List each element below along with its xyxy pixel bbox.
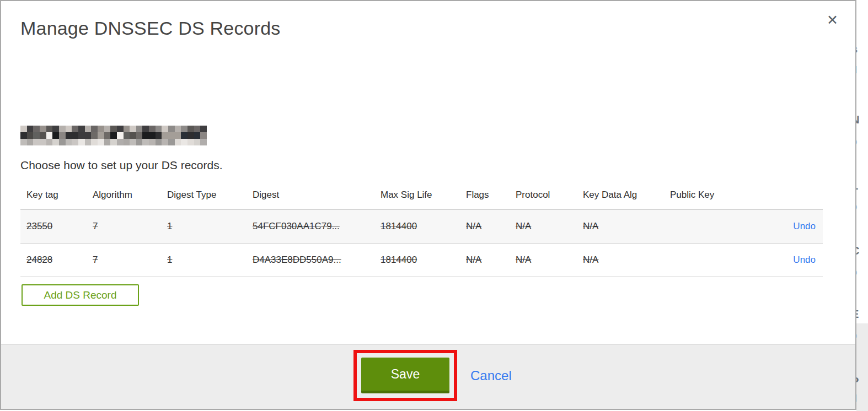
page-edge-fragment: N: [856, 113, 866, 126]
column-header-flags: Flags: [460, 185, 510, 209]
column-header-algorithm: Algorithm: [87, 185, 161, 209]
page-title: Manage DNSSEC DS Records: [20, 18, 281, 39]
page-edge-fragment: o: [856, 201, 866, 213]
cell-digest: 54FCF030AA1C79...: [247, 209, 374, 243]
table-header-row: Key tag Algorithm Digest Type Digest Max…: [20, 185, 823, 209]
column-header-max-sig-life: Max Sig Life: [374, 185, 460, 209]
page-edge-fragment: d: [856, 64, 866, 76]
cell-key-data-alg: N/A: [577, 243, 664, 277]
background-page-edge: sdNoLoCoEoPd: [856, 0, 868, 411]
page-edge-fragment: o: [856, 266, 866, 278]
cell-flags: N/A: [460, 209, 510, 243]
cell-digest-type: 1: [161, 243, 247, 277]
column-header-digest-type: Digest Type: [161, 185, 247, 209]
redacted-domain-name: [20, 126, 207, 145]
manage-dnssec-dialog: Manage DNSSEC DS Records ✕ Choose how to…: [0, 0, 856, 410]
undo-link[interactable]: Undo: [793, 255, 816, 265]
table-row: 24828 7 1 D4A33E8DD550A9... 1814400 N/A …: [20, 243, 823, 277]
cell-digest-type: 1: [161, 209, 247, 243]
column-header-actions: [752, 185, 823, 209]
annotation-highlight-rect: Save: [353, 350, 457, 401]
column-header-protocol: Protocol: [510, 185, 577, 209]
page-edge-fragment: d: [856, 392, 866, 404]
save-button[interactable]: Save: [361, 358, 449, 393]
cell-key-tag: 24828: [20, 243, 87, 277]
cell-flags: N/A: [460, 243, 510, 277]
cell-public-key: [664, 209, 752, 243]
cell-max-sig-life: 1814400: [374, 243, 460, 277]
cell-key-data-alg: N/A: [577, 209, 664, 243]
page-edge-fragment: o: [856, 136, 866, 148]
page-edge-fragment: E: [856, 308, 866, 321]
page-edge-fragment: o: [856, 329, 866, 342]
cell-public-key: [664, 243, 752, 277]
undo-link[interactable]: Undo: [793, 221, 816, 231]
page-edge-fragment: C: [856, 245, 866, 257]
ds-records-table: Key tag Algorithm Digest Type Digest Max…: [20, 185, 823, 277]
cell-key-tag: 23550: [20, 209, 87, 243]
cell-protocol: N/A: [510, 243, 577, 277]
page-edge-fragment: s: [856, 43, 866, 56]
dialog-subtitle: Choose how to set up your DS records.: [20, 159, 223, 172]
cell-max-sig-life: 1814400: [374, 209, 460, 243]
cancel-link[interactable]: Cancel: [470, 368, 512, 383]
close-icon[interactable]: ✕: [827, 13, 838, 27]
cell-algorithm: 7: [87, 243, 161, 277]
column-header-key-data-alg: Key Data Alg: [577, 185, 664, 209]
cell-protocol: N/A: [510, 209, 577, 243]
page-edge-fragment: L: [856, 180, 866, 192]
cell-algorithm: 7: [87, 209, 161, 243]
column-header-public-key: Public Key: [664, 185, 752, 209]
page-edge-fragment: P: [856, 375, 866, 388]
cell-digest: D4A33E8DD550A9...: [247, 243, 374, 277]
column-header-key-tag: Key tag: [20, 185, 87, 209]
add-ds-record-button[interactable]: Add DS Record: [22, 284, 139, 306]
column-header-digest: Digest: [247, 185, 374, 209]
table-row: 23550 7 1 54FCF030AA1C79... 1814400 N/A …: [20, 209, 823, 243]
